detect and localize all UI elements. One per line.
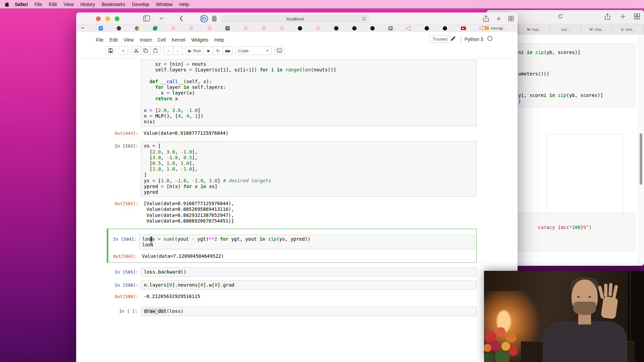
favicon-github[interactable]: [352, 26, 357, 31]
code-editor-area[interactable]: loss.backward(): [141, 267, 477, 277]
move-cell-down-button[interactable]: ↓: [173, 46, 183, 55]
jupyter-menu-help[interactable]: Help: [211, 36, 227, 44]
favicon-orange-ring[interactable]: [480, 26, 484, 31]
jupyter-menu-kernel[interactable]: Kernel: [169, 36, 188, 44]
tab-overview-icon[interactable]: [634, 13, 640, 19]
code-editor-area[interactable]: loss = sum((yout - ygt)**2 for ygt, yout…: [139, 235, 475, 249]
jupyter-menu-file[interactable]: File: [93, 36, 107, 44]
background-code-fragment: umeters())): [518, 71, 549, 76]
code-editor-area[interactable]: sz = [nin] + nouts self.layers = [Layer(…: [141, 60, 477, 126]
extension-icon[interactable]: [212, 15, 217, 22]
jupyter-menu-insert[interactable]: Insert: [137, 36, 155, 44]
favicon-j-square[interactable]: J: [225, 26, 230, 31]
background-code-fragment: curacy {acc*100}%"): [538, 225, 592, 230]
favicon-crab[interactable]: [244, 26, 248, 31]
cut-cell-button[interactable]: [131, 46, 141, 55]
save-button[interactable]: [106, 46, 115, 55]
notebook-output-cell: Out[443]:Value(data=0.9160777125976044): [115, 129, 477, 137]
address-bar[interactable]: localhost: [221, 15, 369, 23]
code-line: xs = [: [144, 143, 474, 149]
safari-titlebar: localhost: [76, 12, 518, 25]
share-icon[interactable]: [604, 13, 610, 20]
run-cell-button[interactable]: ▶Run: [186, 46, 204, 55]
macos-menu-view[interactable]: View: [60, 1, 77, 8]
favicon-github[interactable]: [334, 26, 338, 31]
edit-pencil-icon[interactable]: [450, 36, 456, 41]
favicon-d-square[interactable]: D: [388, 26, 393, 31]
code-editor-area[interactable]: draw_dot(loss): [141, 307, 477, 316]
close-window-button[interactable]: [96, 16, 101, 21]
macos-menu-safari[interactable]: Safari: [11, 1, 31, 8]
favorites-folder-micrograd[interactable]: microgr...: [485, 26, 506, 30]
jupyter-menu-widgets[interactable]: Widgets: [188, 36, 211, 44]
macos-menu-develop[interactable]: Develop: [128, 1, 152, 8]
back-scrollbar[interactable]: [640, 133, 642, 185]
chevron-down-icon[interactable]: [159, 17, 163, 20]
favicon-crab[interactable]: [171, 26, 175, 31]
share-icon[interactable]: [483, 15, 489, 22]
kernel-name: Python 3: [465, 37, 483, 42]
favicon-gmail[interactable]: M: [80, 26, 85, 31]
macos-menu-bookmarks[interactable]: Bookmarks: [98, 1, 128, 8]
favicon-dark-circle[interactable]: [117, 26, 121, 31]
new-tab-icon[interactable]: [496, 16, 501, 21]
selected-cell[interactable]: In [584]:loss = sum((yout - ygt)**2 for …: [107, 229, 477, 263]
code-line: ypred = [n(x) for x in xs]: [144, 184, 474, 189]
favicon-youtube[interactable]: ▶: [461, 26, 466, 30]
favicon-obs[interactable]: [425, 26, 429, 31]
background-tab[interactable]: cs2...: [550, 24, 581, 35]
copy-cell-button[interactable]: [141, 46, 151, 55]
interrupt-kernel-button[interactable]: ■: [204, 46, 213, 55]
add-cell-button[interactable]: +: [118, 46, 128, 55]
back-icon[interactable]: [179, 15, 183, 21]
jupyter-menu-cell[interactable]: Cell: [155, 36, 169, 44]
macos-menu-help[interactable]: Help: [176, 1, 192, 8]
favicon-crab[interactable]: [316, 26, 320, 31]
onepassword-icon[interactable]: [201, 15, 208, 22]
macos-menu-file[interactable]: File: [31, 1, 46, 8]
code-line: n(x): [144, 119, 474, 125]
new-tab-icon[interactable]: [620, 13, 626, 19]
zoom-window-button[interactable]: [115, 16, 119, 21]
favicon-crab[interactable]: [280, 26, 284, 31]
sidebar-icon[interactable]: [143, 15, 150, 21]
code-editor-area[interactable]: n.layers[0].neurons[0].w[0].grad: [141, 281, 477, 290]
move-cell-up-button[interactable]: ↑: [163, 46, 173, 55]
background-tab[interactable]: Unti...: [612, 24, 643, 35]
macos-menu-history[interactable]: History: [77, 1, 99, 8]
favicon-crab[interactable]: [189, 26, 194, 31]
jupyter-menu-edit[interactable]: Edit: [107, 36, 121, 44]
minimize-window-button[interactable]: [105, 16, 110, 21]
restart-kernel-button[interactable]: ↻: [213, 46, 223, 55]
macos-menu-edit[interactable]: Edit: [45, 1, 60, 8]
cell-type-dropdown[interactable]: Code▼: [236, 46, 271, 55]
favicon-github[interactable]: [370, 26, 375, 31]
macos-menu-window[interactable]: Window: [153, 1, 176, 8]
background-tab[interactable]: WHyp...: [519, 24, 550, 35]
favicon-flower[interactable]: [135, 26, 139, 31]
favicon-github[interactable]: [298, 26, 302, 31]
reload-icon[interactable]: [362, 16, 366, 21]
apple-menu-icon[interactable]: [5, 2, 9, 7]
paste-cell-button[interactable]: [151, 46, 160, 55]
restart-run-all-button[interactable]: ▶▶: [223, 46, 233, 55]
favicon-github[interactable]: [443, 26, 447, 31]
command-palette-button[interactable]: [274, 46, 284, 55]
code-line: Value(data=0.9160777125976044): [144, 130, 474, 136]
webcam-overlay: [484, 271, 644, 362]
favicon-orange-ring[interactable]: [407, 26, 411, 31]
reload-icon[interactable]: [557, 13, 563, 19]
divider: [461, 35, 461, 43]
tab-overview-icon[interactable]: [508, 16, 514, 21]
favicon-leaf[interactable]: [153, 26, 157, 31]
code-line: loss.backward(): [144, 269, 474, 275]
cell-prompt: Out[443]:: [115, 129, 138, 137]
jupyter-menu-view[interactable]: View: [121, 36, 137, 44]
code-line: ypred: [144, 189, 474, 195]
favicon-crab[interactable]: [207, 26, 212, 31]
background-tab[interactable]: WCha...: [581, 24, 612, 35]
code-editor-area[interactable]: xs = [ [2.0, 3.0, -1.0], [3.0, -1.0, 0.5…: [141, 141, 477, 197]
blank-favicon: [621, 28, 624, 31]
favicon-calendar[interactable]: 31: [99, 26, 103, 31]
favicon-crab[interactable]: [262, 26, 266, 31]
